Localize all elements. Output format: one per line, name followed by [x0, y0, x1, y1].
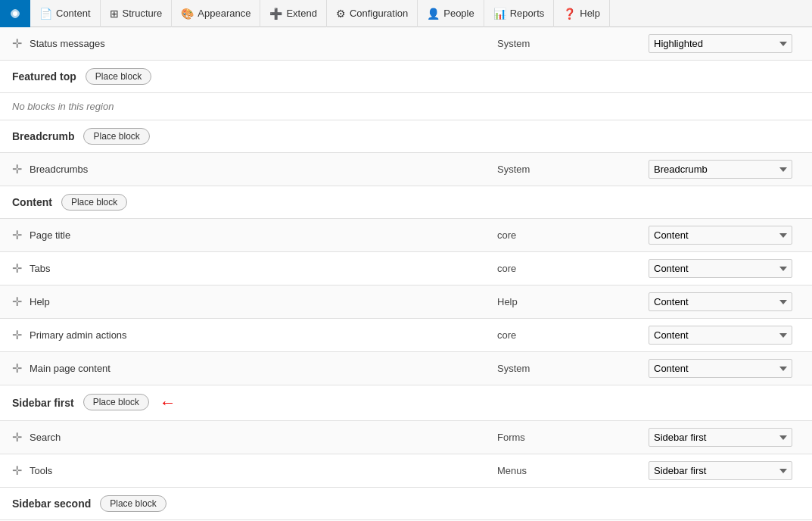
- top-navigation: 📄 Content ⊞ Structure 🎨 Appearance ➕ Ext…: [0, 0, 812, 27]
- place-block-button-breadcrumb[interactable]: Place block: [83, 128, 149, 145]
- configuration-icon: ⚙: [336, 8, 346, 20]
- nav-help[interactable]: ❓ Help: [554, 0, 610, 27]
- section-title-breadcrumb: Breadcrumb: [12, 130, 74, 142]
- place-block-button-sidebar-second[interactable]: Place block: [100, 495, 166, 512]
- region-select-breadcrumbs[interactable]: Highlighted Content Sidebar first Sideba…: [649, 160, 792, 179]
- region-select-search[interactable]: Highlighted Content Sidebar first Sideba…: [649, 428, 792, 447]
- region-select-page-title[interactable]: Highlighted Content Sidebar first Sideba…: [649, 226, 792, 245]
- block-category-search: Forms: [497, 432, 649, 443]
- drag-handle-tabs-icon[interactable]: ✛: [12, 261, 22, 276]
- structure-icon: ⊞: [110, 8, 119, 20]
- section-title-featured-top: Featured top: [12, 70, 76, 83]
- section-header-breadcrumb: Breadcrumb Place block: [0, 120, 812, 153]
- block-name-main-page-content: Main page content: [30, 363, 497, 374]
- drag-handle-primary-admin-icon[interactable]: ✛: [12, 328, 22, 342]
- region-select-main-page-content[interactable]: Highlighted Content Sidebar first Sideba…: [649, 359, 792, 378]
- section-header-sidebar-first: Sidebar first Place block ←: [0, 385, 812, 421]
- block-name-tools: Tools: [30, 465, 497, 476]
- table-row: ✛ Page title core Highlighted Content Si…: [0, 219, 812, 252]
- drag-handle-tools-icon[interactable]: ✛: [12, 463, 22, 478]
- table-row: ✛ Primary admin actions core Highlighted…: [0, 319, 812, 352]
- block-category-primary-admin-actions: core: [497, 329, 649, 341]
- nav-appearance[interactable]: 🎨 Appearance: [172, 0, 260, 27]
- block-category-help: Help: [497, 296, 649, 307]
- nav-content[interactable]: 📄 Content: [30, 0, 101, 27]
- table-row: ✛ Search Forms Highlighted Content Sideb…: [0, 421, 812, 454]
- block-region-page-title: Highlighted Content Sidebar first Sideba…: [649, 226, 800, 245]
- svg-point-1: [13, 11, 17, 16]
- content-icon: 📄: [39, 8, 52, 20]
- block-category-tools: Menus: [497, 465, 649, 476]
- section-header-content: Content Place block: [0, 186, 812, 219]
- nav-reports[interactable]: 📊 Reports: [484, 0, 555, 27]
- site-logo[interactable]: [0, 0, 30, 27]
- extend-icon: ➕: [269, 8, 282, 20]
- appearance-icon: 🎨: [181, 8, 194, 20]
- place-block-button-content[interactable]: Place block: [61, 194, 127, 211]
- block-region-search: Highlighted Content Sidebar first Sideba…: [649, 428, 800, 447]
- section-title-sidebar-first: Sidebar first: [12, 397, 74, 409]
- region-select-primary-admin-actions[interactable]: Highlighted Content Sidebar first Sideba…: [649, 326, 792, 345]
- table-row: ✛ Status messages System Highlighted Con…: [0, 27, 812, 61]
- place-block-button-featured-top[interactable]: Place block: [86, 68, 151, 85]
- block-category-tabs: core: [497, 263, 649, 274]
- table-row: ✛ Main page content System Highlighted C…: [0, 352, 812, 385]
- table-row: ✛ Breadcrumbs System Highlighted Content…: [0, 153, 812, 186]
- section-title-content: Content: [12, 196, 52, 208]
- people-icon: 👤: [427, 8, 440, 20]
- block-region-help: Highlighted Content Sidebar first Sideba…: [649, 292, 800, 311]
- region-select-help[interactable]: Highlighted Content Sidebar first Sideba…: [649, 292, 792, 311]
- block-name-search: Search: [30, 432, 497, 443]
- block-region-status-messages: Highlighted Content Sidebar first Sideba…: [649, 34, 800, 53]
- block-name-breadcrumbs: Breadcrumbs: [30, 164, 497, 175]
- block-category-main-page-content: System: [497, 363, 649, 374]
- block-name-status-messages: Status messages: [30, 38, 497, 49]
- red-arrow-annotation: ←: [160, 393, 176, 413]
- block-region-breadcrumbs: Highlighted Content Sidebar first Sideba…: [649, 160, 800, 179]
- drag-handle-icon[interactable]: ✛: [12, 36, 22, 51]
- block-region-primary-admin-actions: Highlighted Content Sidebar first Sideba…: [649, 326, 800, 345]
- block-region-main-page-content: Highlighted Content Sidebar first Sideba…: [649, 359, 800, 378]
- drag-handle-breadcrumbs-icon[interactable]: ✛: [12, 162, 22, 176]
- drag-handle-main-page-icon[interactable]: ✛: [12, 361, 22, 376]
- block-name-tabs: Tabs: [30, 263, 497, 274]
- reports-icon: 📊: [493, 8, 506, 20]
- nav-extend[interactable]: ➕ Extend: [260, 0, 326, 27]
- drag-handle-search-icon[interactable]: ✛: [12, 430, 22, 445]
- block-region-tabs: Highlighted Content Sidebar first Sideba…: [649, 259, 800, 278]
- section-title-sidebar-second: Sidebar second: [12, 498, 91, 510]
- table-row: ✛ Tabs core Highlighted Content Sidebar …: [0, 252, 812, 285]
- block-name-page-title: Page title: [30, 229, 497, 241]
- nav-people[interactable]: 👤 People: [418, 0, 484, 27]
- help-nav-icon: ❓: [563, 8, 576, 20]
- place-block-button-sidebar-first[interactable]: Place block: [83, 394, 149, 410]
- block-category-breadcrumbs: System: [497, 164, 649, 175]
- block-region-tools: Highlighted Content Sidebar first Sideba…: [649, 461, 800, 480]
- drag-handle-page-title-icon[interactable]: ✛: [12, 228, 22, 242]
- block-category-status-messages: System: [497, 38, 649, 49]
- block-name-primary-admin-actions: Primary admin actions: [30, 329, 497, 341]
- table-row: ✛ Tools Menus Highlighted Content Sideba…: [0, 454, 812, 488]
- section-header-sidebar-second: Sidebar second Place block: [0, 488, 812, 520]
- empty-region-featured-top: No blocks in this region: [0, 93, 812, 120]
- region-select-status-messages[interactable]: Highlighted Content Sidebar first Sideba…: [649, 34, 792, 53]
- main-content: ✛ Status messages System Highlighted Con…: [0, 27, 812, 520]
- drag-handle-help-icon[interactable]: ✛: [12, 295, 22, 309]
- arrow-annotation-container: Place block ←: [83, 393, 176, 413]
- section-header-featured-top: Featured top Place block: [0, 61, 812, 93]
- region-select-tabs[interactable]: Highlighted Content Sidebar first Sideba…: [649, 259, 792, 278]
- nav-structure[interactable]: ⊞ Structure: [101, 0, 173, 27]
- nav-configuration[interactable]: ⚙ Configuration: [327, 0, 418, 27]
- block-name-help: Help: [30, 296, 497, 307]
- region-select-tools[interactable]: Highlighted Content Sidebar first Sideba…: [649, 461, 792, 480]
- block-category-page-title: core: [497, 229, 649, 241]
- table-row: ✛ Help Help Highlighted Content Sidebar …: [0, 285, 812, 319]
